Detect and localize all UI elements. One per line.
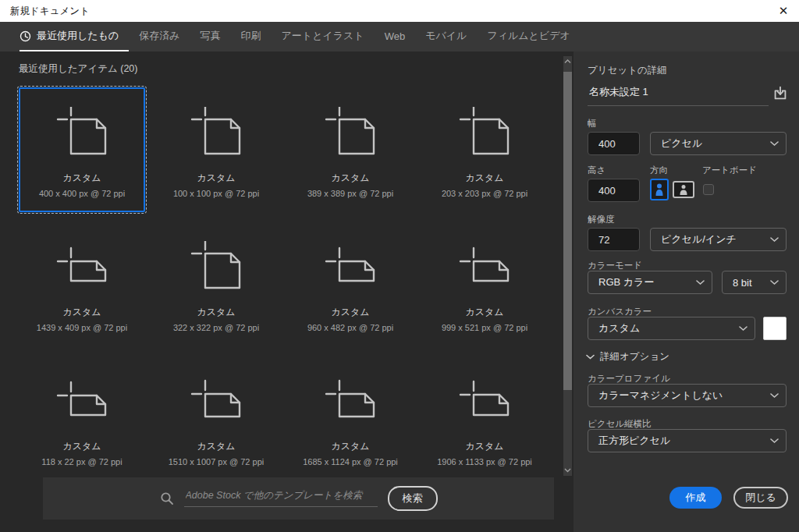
preset-name: カスタム	[197, 172, 235, 185]
preset-name: カスタム	[465, 306, 503, 319]
document-name-row	[588, 81, 769, 106]
document-icon	[51, 237, 113, 298]
resolution-unit-select[interactable]: ピクセル/インチ	[650, 228, 787, 251]
preset-size: 100 x 100 px @ 72 ppi	[173, 189, 259, 198]
preset-name: カスタム	[331, 172, 369, 185]
scrollbar-down-icon[interactable]	[563, 466, 572, 475]
canvas-color-select[interactable]: カスタム	[588, 317, 755, 340]
orientation-landscape-button[interactable]	[673, 181, 694, 198]
preset-details-panel: プリセットの詳細 幅 ピクセル 高さ 方向 アートボード 解像度 ピクセル/イン…	[574, 51, 799, 532]
tab-6[interactable]: モバイル	[415, 22, 477, 51]
document-name-input[interactable]	[588, 81, 769, 105]
section-title: 最近使用したアイテム (20)	[19, 62, 137, 76]
preset-size: 1439 x 409 px @ 72 ppi	[37, 323, 127, 332]
pixel-aspect-label: ピクセル縦横比	[588, 418, 652, 430]
document-icon	[453, 237, 516, 298]
preset-name: カスタム	[62, 440, 101, 453]
preset-item[interactable]: カスタム389 x 389 px @ 72 ppi	[287, 87, 414, 212]
color-profile-value: カラーマネジメントしない	[598, 388, 723, 403]
preset-size: 203 x 203 px @ 72 ppi	[442, 189, 527, 198]
tab-5[interactable]: Web	[375, 22, 416, 51]
preset-item[interactable]: カスタム960 x 482 px @ 72 ppi	[287, 222, 414, 346]
close-icon[interactable]: ✕	[775, 2, 792, 20]
advanced-options-label: 詳細オプション	[600, 350, 669, 364]
pixel-aspect-select[interactable]: 正方形ピクセル	[588, 429, 787, 452]
preset-name: カスタム	[465, 440, 503, 453]
tab-7[interactable]: フィルムとビデオ	[477, 22, 580, 51]
color-mode-select[interactable]: RGB カラー	[588, 271, 712, 294]
tab-4[interactable]: アートとイラスト	[272, 22, 375, 51]
tab-label: アートとイラスト	[282, 29, 364, 43]
resolution-unit-value: ピクセル/インチ	[661, 232, 737, 246]
close-dialog-button[interactable]: 閉じる	[733, 487, 788, 509]
scrollbar[interactable]	[563, 56, 572, 476]
height-label: 高さ	[588, 165, 605, 176]
preset-item[interactable]: カスタム203 x 203 px @ 72 ppi	[421, 87, 548, 212]
tab-2[interactable]: 写真	[190, 22, 231, 51]
width-input[interactable]	[588, 132, 640, 155]
tab-label: フィルムとビデオ	[487, 29, 570, 43]
document-icon	[51, 103, 113, 164]
orientation-portrait-button[interactable]	[650, 179, 669, 200]
color-profile-select[interactable]: カラーマネジメントしない	[588, 384, 787, 407]
chevron-down-icon	[586, 354, 595, 360]
panel-title: プリセットの詳細	[588, 64, 667, 77]
preset-item[interactable]: カスタム999 x 521 px @ 72 ppi	[421, 222, 548, 346]
tab-3[interactable]: 印刷	[231, 22, 272, 51]
color-mode-label: カラーモード	[588, 260, 642, 271]
preset-item[interactable]: カスタム100 x 100 px @ 72 ppi	[153, 87, 279, 212]
artboard-checkbox[interactable]	[703, 184, 714, 195]
width-unit-select[interactable]: ピクセル	[650, 132, 787, 155]
preset-item[interactable]: カスタム118 x 22 px @ 72 ppi	[19, 356, 145, 481]
tab-1[interactable]: 保存済み	[129, 22, 190, 51]
scrollbar-up-icon[interactable]	[563, 57, 572, 66]
preset-name: カスタム	[465, 172, 503, 185]
resolution-label: 解像度	[588, 214, 615, 225]
preset-grid: カスタム400 x 400 px @ 72 ppiカスタム100 x 100 p…	[19, 87, 548, 481]
bit-depth-value: 8 bit	[733, 277, 752, 289]
save-preset-icon[interactable]	[771, 84, 790, 103]
scrollbar-thumb[interactable]	[563, 72, 572, 390]
chevron-down-icon	[770, 438, 779, 444]
chevron-down-icon	[696, 280, 705, 286]
document-icon	[453, 371, 516, 432]
preset-item[interactable]: カスタム400 x 400 px @ 72 ppi	[19, 87, 145, 212]
pixel-aspect-value: 正方形ピクセル	[598, 434, 670, 448]
search-button[interactable]: 検索	[388, 486, 438, 511]
preset-size: 1510 x 1007 px @ 72 ppi	[169, 457, 264, 466]
bit-depth-select[interactable]: 8 bit	[722, 271, 787, 294]
document-icon	[51, 371, 113, 432]
create-button[interactable]: 作成	[669, 487, 722, 509]
canvas-color-value: カスタム	[598, 321, 640, 335]
preset-size: 400 x 400 px @ 72 ppi	[39, 189, 125, 198]
preset-name: カスタム	[62, 306, 101, 319]
preset-item[interactable]: カスタム1439 x 409 px @ 72 ppi	[19, 222, 145, 346]
preset-size: 322 x 322 px @ 72 ppi	[173, 323, 259, 332]
height-input[interactable]	[588, 179, 640, 202]
preset-item[interactable]: カスタム1510 x 1007 px @ 72 ppi	[153, 356, 279, 481]
document-icon	[185, 237, 247, 298]
preset-name: カスタム	[197, 306, 235, 319]
tab-bar: 最近使用したもの保存済み写真印刷アートとイラストWebモバイルフィルムとビデオ	[0, 22, 799, 51]
preset-size: 960 x 482 px @ 72 ppi	[307, 323, 393, 332]
tab-label: Web	[385, 30, 406, 42]
canvas-color-swatch[interactable]	[763, 317, 787, 340]
document-icon	[185, 103, 247, 164]
advanced-options-toggle[interactable]: 詳細オプション	[586, 350, 669, 364]
tab-label: モバイル	[425, 29, 467, 43]
search-input[interactable]	[184, 490, 378, 507]
preset-item[interactable]: カスタム1906 x 1133 px @ 72 ppi	[421, 356, 548, 481]
document-icon	[319, 371, 382, 432]
canvas-color-label: カンバスカラー	[588, 306, 652, 317]
stock-search-bar: 検索	[43, 477, 554, 520]
width-label: 幅	[588, 118, 597, 129]
chevron-down-icon	[770, 237, 779, 243]
preset-size: 999 x 521 px @ 72 ppi	[442, 323, 527, 332]
resolution-input[interactable]	[588, 228, 640, 251]
dialog-titlebar: 新規ドキュメント ✕	[0, 0, 799, 22]
preset-item[interactable]: カスタム322 x 322 px @ 72 ppi	[153, 222, 279, 346]
tab-0[interactable]: 最近使用したもの	[20, 22, 129, 51]
preset-size: 118 x 22 px @ 72 ppi	[41, 457, 122, 466]
chevron-down-icon	[770, 393, 779, 399]
preset-item[interactable]: カスタム1685 x 1124 px @ 72 ppi	[287, 356, 414, 481]
